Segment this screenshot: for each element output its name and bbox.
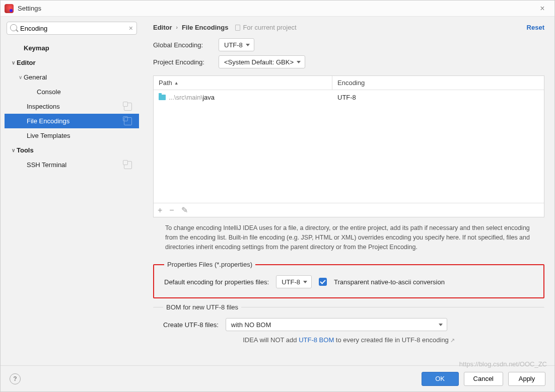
bom-fieldset: BOM for new UTF-8 files Create UTF-8 fil… [153, 303, 544, 347]
tree-item-general[interactable]: ∨General [5, 70, 139, 85]
properties-encoding-dropdown[interactable]: UTF-8 [276, 275, 312, 288]
tree-item-live-templates[interactable]: Live Templates [5, 128, 139, 143]
bom-create-dropdown[interactable]: with NO BOM [226, 318, 447, 331]
bom-create-label: Create UTF-8 files: [163, 321, 219, 329]
tree-item-console[interactable]: Console [5, 85, 139, 99]
search-input[interactable] [7, 22, 137, 35]
tree-item-tools[interactable]: ∨Tools [5, 143, 139, 158]
global-encoding-dropdown[interactable]: UTF-8 [219, 38, 254, 51]
breadcrumb-root[interactable]: Editor [153, 24, 172, 31]
transparent-ascii-label: Transparent native-to-ascii conversion [334, 278, 445, 286]
col-path-header[interactable]: Path▲ [154, 76, 332, 90]
scope-indicator: For current project [235, 24, 296, 31]
transparent-ascii-checkbox[interactable] [319, 278, 327, 286]
help-text: To change encoding IntelliJ IDEA uses fo… [153, 217, 544, 256]
window-title: Settings [18, 5, 534, 12]
close-icon[interactable]: × [534, 4, 550, 13]
global-encoding-label: Global Encoding: [153, 41, 219, 49]
edit-icon[interactable]: ✎ [181, 206, 188, 214]
cancel-button[interactable]: Cancel [464, 372, 503, 386]
search-icon [10, 24, 17, 31]
folder-icon [159, 95, 166, 100]
tree-item-editor[interactable]: ∨Editor [5, 55, 139, 70]
app-icon [5, 4, 14, 13]
encoding-table: Path▲ Encoding ...\src\main\java UTF-8 +… [153, 75, 544, 217]
row-encoding: UTF-8 [332, 94, 544, 101]
utf8-bom-link[interactable]: UTF-8 BOM [299, 336, 334, 344]
help-button[interactable]: ? [10, 373, 21, 384]
external-link-icon: ↗ [450, 337, 455, 343]
tree-item-ssh-terminal[interactable]: SSH Terminal [5, 158, 139, 172]
breadcrumb: Editor › File Encodings For current proj… [153, 24, 544, 31]
properties-legend: Properties Files (*.properties) [164, 261, 255, 268]
col-encoding-header[interactable]: Encoding [332, 76, 544, 90]
copy-icon [124, 103, 132, 111]
reset-link[interactable]: Reset [527, 24, 544, 31]
properties-encoding-label: Default encoding for properties files: [164, 278, 269, 286]
settings-tree: Keymap ∨Editor ∨General Console Inspecti… [5, 38, 139, 361]
dialog-footer: ? OK Cancel Apply [1, 365, 554, 391]
bom-legend: BOM for new UTF-8 files [163, 303, 241, 311]
tree-item-file-encodings[interactable]: File Encodings [5, 114, 139, 128]
clear-search-icon[interactable]: × [129, 24, 133, 32]
project-encoding-dropdown[interactable]: <System Default: GBK> [219, 55, 305, 68]
main-panel: Editor › File Encodings For current proj… [143, 17, 554, 365]
remove-icon[interactable]: − [169, 206, 174, 214]
copy-icon [124, 117, 132, 125]
tree-item-inspections[interactable]: Inspections [5, 99, 139, 114]
project-icon [235, 25, 240, 31]
copy-icon [124, 161, 132, 169]
project-encoding-label: Project Encoding: [153, 58, 219, 66]
properties-fieldset: Properties Files (*.properties) Default … [153, 261, 544, 298]
apply-button[interactable]: Apply [508, 372, 545, 386]
breadcrumb-leaf: File Encodings [182, 24, 228, 31]
tree-item-keymap[interactable]: Keymap [5, 41, 139, 55]
sidebar: × Keymap ∨Editor ∨General Console Inspec… [1, 17, 143, 365]
ok-button[interactable]: OK [422, 372, 459, 386]
search-input-wrap: × [7, 22, 137, 35]
bom-note: IDEA will NOT add UTF-8 BOM to every cre… [163, 336, 534, 344]
chevron-right-icon: › [176, 25, 178, 30]
sort-asc-icon: ▲ [174, 81, 179, 86]
table-row[interactable]: ...\src\main\java UTF-8 [154, 90, 544, 104]
add-icon[interactable]: + [158, 206, 162, 214]
titlebar: Settings × [1, 1, 554, 17]
